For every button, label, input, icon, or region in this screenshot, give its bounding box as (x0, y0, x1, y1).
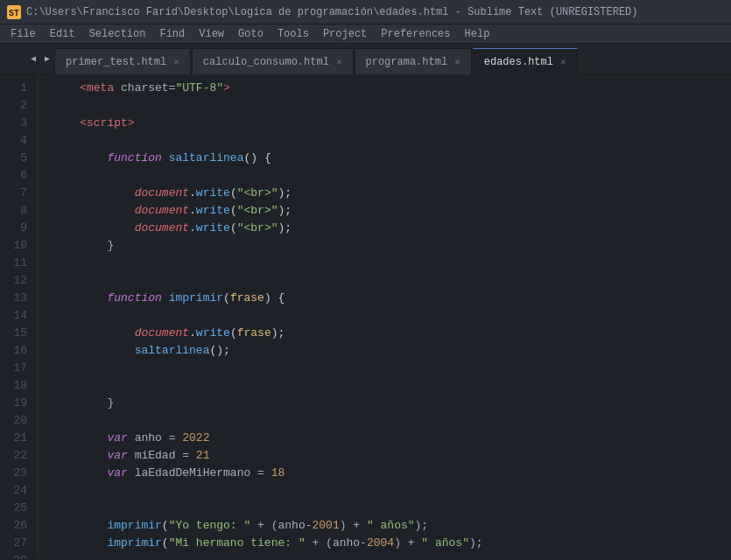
window-title: C:\Users\Francisco Farid\Desktop\Logica … (26, 6, 638, 18)
tab-label: calculo_consumo.html (203, 56, 329, 68)
code-editor[interactable]: <meta charset="UTF-8"> <script> function… (39, 74, 731, 559)
editor: 1 2 3 4 5 6 7 8 9 10 11 12 13 14 15 16 1… (0, 74, 731, 559)
tab-bar: ◀ ▶ primer_test.html ✕ calculo_consumo.h… (0, 44, 731, 74)
menu-tools[interactable]: Tools (271, 24, 316, 44)
menu-edit[interactable]: Edit (43, 24, 82, 44)
menu-help[interactable]: Help (458, 24, 497, 44)
line-numbers: 1 2 3 4 5 6 7 8 9 10 11 12 13 14 15 16 1… (0, 74, 39, 559)
menu-preferences[interactable]: Preferences (374, 24, 457, 44)
tab-edades[interactable]: edades.html ✕ (473, 48, 578, 74)
title-bar: ST C:\Users\Francisco Farid\Desktop\Logi… (0, 0, 731, 24)
tab-label: programa.html (366, 56, 448, 68)
tab-close-edades[interactable]: ✕ (560, 56, 566, 67)
tab-label: primer_test.html (66, 56, 166, 68)
tab-primer-test[interactable]: primer_test.html ✕ (54, 48, 191, 74)
app-icon: ST (7, 5, 21, 19)
tab-close-primer[interactable]: ✕ (173, 56, 179, 67)
svg-text:ST: ST (9, 9, 19, 18)
tab-close-programa[interactable]: ✕ (454, 56, 460, 67)
tab-next-button[interactable]: ▶ (40, 43, 54, 74)
tab-programa[interactable]: programa.html ✕ (355, 48, 472, 74)
menu-selection[interactable]: Selection (82, 24, 153, 44)
menu-view[interactable]: View (192, 24, 231, 44)
menu-goto[interactable]: Goto (231, 24, 271, 44)
menu-project[interactable]: Project (316, 24, 374, 44)
tab-calculo-consumo[interactable]: calculo_consumo.html ✕ (192, 48, 354, 74)
tab-label: edades.html (484, 56, 553, 68)
tab-prev-button[interactable]: ◀ (26, 43, 40, 74)
menu-bar: File Edit Selection Find View Goto Tools… (0, 24, 731, 44)
menu-file[interactable]: File (4, 24, 43, 44)
tab-close-calculo[interactable]: ✕ (336, 56, 342, 67)
menu-find[interactable]: Find (152, 24, 192, 44)
